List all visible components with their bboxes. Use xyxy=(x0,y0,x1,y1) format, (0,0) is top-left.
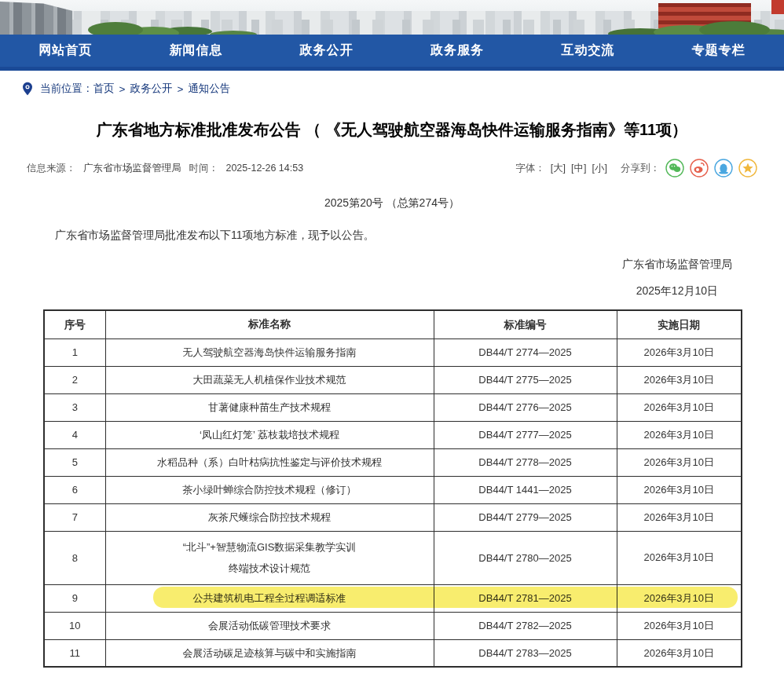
table-row: 3甘薯健康种苗生产技术规程DB44/T 2776—20252026年3月10日 xyxy=(44,393,742,421)
cell-date: 2026年3月10日 xyxy=(617,503,742,531)
signature-org: 广东省市场监督管理局 xyxy=(0,258,732,272)
table-row: 11会展活动碳足迹核算与碳中和实施指南DB44/T 2783—20252026年… xyxy=(44,639,742,667)
cell-code: DB44/T 1441—2025 xyxy=(434,476,617,503)
breadcrumb-label: 当前位置： xyxy=(40,82,93,96)
stone-sculpture xyxy=(0,2,72,35)
nav-item-home[interactable]: 网站首页 xyxy=(0,35,130,67)
cell-no: 9 xyxy=(44,584,105,612)
table-row: 7灰茶尺蠖综合防控技术规程DB44/T 2779—20252026年3月10日 xyxy=(44,503,742,531)
nav-item-news[interactable]: 新闻信息 xyxy=(130,35,261,67)
source-label: 信息来源： xyxy=(27,163,76,174)
font-size-large-button[interactable]: [大] xyxy=(551,162,566,175)
cell-name: 甘薯健康种苗生产技术规程 xyxy=(105,393,434,421)
cell-code: DB44/T 2779—2025 xyxy=(434,503,617,531)
cell-code: DB44/T 2780—2025 xyxy=(434,531,617,584)
cell-name: “北斗”+智慧物流GIS数据采集教学实训 终端技术设计规范 xyxy=(105,531,434,584)
signature-date: 2025年12月10日 xyxy=(0,284,718,298)
nav-item-gov-disclosure[interactable]: 政务公开 xyxy=(262,35,392,67)
cell-code: DB44/T 2778—2025 xyxy=(434,448,617,476)
table-row: 8“北斗”+智慧物流GIS数据采集教学实训 终端技术设计规范DB44/T 278… xyxy=(44,531,742,584)
cell-date: 2026年3月10日 xyxy=(617,476,742,503)
cell-name: 会展活动碳足迹核算与碳中和实施指南 xyxy=(105,639,434,667)
meta-source-time: 信息来源： 广东省市场监督管理局 时间： 2025-12-26 14:53 xyxy=(27,162,308,175)
star-share-icon[interactable] xyxy=(738,159,757,177)
cell-code: DB44/T 2776—2025 xyxy=(434,393,617,421)
table-row: 10会展活动低碳管理技术要求DB44/T 2782—20252026年3月10日 xyxy=(44,612,742,639)
announcement-body: 广东省市场监督管理局批准发布以下11项地方标准，现予以公告。 xyxy=(33,226,751,243)
location-pin-icon xyxy=(20,82,35,96)
cell-date: 2026年3月10日 xyxy=(617,612,742,639)
time-label: 时间： xyxy=(189,163,218,174)
table-row: 1无人驾驶航空器海岛快件运输服务指南DB44/T 2774—20252026年3… xyxy=(44,338,742,366)
table-row: 6茶小绿叶蝉综合防控技术规程（修订）DB44/T 1441—20252026年3… xyxy=(44,476,742,503)
table-header-row: 序号 标准名称 标准编号 实施日期 xyxy=(44,310,742,338)
cell-date: 2026年3月10日 xyxy=(617,639,742,667)
cell-name: 水稻品种（系）白叶枯病抗性鉴定与评价技术规程 xyxy=(105,448,434,476)
cell-code: DB44/T 2783—2025 xyxy=(434,639,617,667)
article-meta: 信息来源： 广东省市场监督管理局 时间： 2025-12-26 14:53 字体… xyxy=(27,159,757,177)
cell-name: 茶小绿叶蝉综合防控技术规程（修订） xyxy=(105,476,434,503)
cell-no: 8 xyxy=(44,531,105,584)
cell-code: DB44/T 2775—2025 xyxy=(434,366,617,393)
cell-no: 5 xyxy=(44,448,105,476)
cell-name: 会展活动低碳管理技术要求 xyxy=(105,612,434,639)
cell-name: 灰茶尺蠖综合防控技术规程 xyxy=(105,503,434,531)
nav-item-gov-services[interactable]: 政务服务 xyxy=(392,35,522,67)
breadcrumb-separator: > xyxy=(119,83,126,95)
cell-code: DB44/T 2782—2025 xyxy=(434,612,617,639)
cell-no: 4 xyxy=(44,421,105,448)
cell-code: DB44/T 2774—2025 xyxy=(434,338,617,366)
red-roof-corner xyxy=(771,0,784,14)
source-value: 广东省市场监督管理局 xyxy=(83,163,181,174)
font-size-label: 字体： xyxy=(515,162,545,175)
col-header-date: 实施日期 xyxy=(617,310,742,338)
col-header-code: 标准编号 xyxy=(434,310,617,338)
time-value: 2025-12-26 14:53 xyxy=(225,163,303,174)
cell-name: 无人驾驶航空器海岛快件运输服务指南 xyxy=(105,338,434,366)
table-row-highlighted: 9公共建筑机电工程全过程调适标准DB44/T 2781—20252026年3月1… xyxy=(44,584,742,612)
wechat-share-icon[interactable] xyxy=(665,159,684,177)
share-label: 分享到： xyxy=(621,162,660,175)
cell-name: ‘凤山红灯笼’ 荔枝栽培技术规程 xyxy=(105,421,434,448)
header-banner-image xyxy=(0,0,784,35)
cell-code: DB44/T 2781—2025 xyxy=(434,584,617,612)
page-title: 广东省地方标准批准发布公告 （ 《无人驾驶航空器海岛快件运输服务指南》等11项） xyxy=(31,118,753,141)
cell-name: 大田蔬菜无人机植保作业技术规范 xyxy=(105,366,434,393)
cell-no: 11 xyxy=(44,639,105,667)
breadcrumb-separator: > xyxy=(177,83,183,95)
table-row: 4‘凤山红灯笼’ 荔枝栽培技术规程DB44/T 2777—20252026年3月… xyxy=(44,421,742,448)
cell-date: 2026年3月10日 xyxy=(617,531,742,584)
col-header-name: 标准名称 xyxy=(105,310,434,338)
cell-date: 2026年3月10日 xyxy=(617,393,742,421)
table-row: 2大田蔬菜无人机植保作业技术规范DB44/T 2775—20252026年3月1… xyxy=(44,366,742,393)
cell-code: DB44/T 2777—2025 xyxy=(434,421,617,448)
table-row: 5水稻品种（系）白叶枯病抗性鉴定与评价技术规程DB44/T 2778—20252… xyxy=(44,448,742,476)
cell-no: 6 xyxy=(44,476,105,503)
breadcrumb: 当前位置： 首页 > 政务公开 > 通知公告 xyxy=(0,71,784,105)
trees-right xyxy=(699,21,770,35)
col-header-no: 序号 xyxy=(44,310,105,338)
cell-date: 2026年3月10日 xyxy=(617,338,742,366)
font-size-medium-button[interactable]: [中] xyxy=(571,162,586,175)
cell-date: 2026年3月10日 xyxy=(617,421,742,448)
cell-date: 2026年3月10日 xyxy=(617,366,742,393)
standards-table-wrap: 序号 标准名称 标准编号 实施日期 1无人驾驶航空器海岛快件运输服务指南DB44… xyxy=(43,309,741,668)
cell-no: 2 xyxy=(44,366,105,393)
trees-left xyxy=(88,22,143,35)
cell-date: 2026年3月10日 xyxy=(617,448,742,476)
doc-number: 2025第20号 （总第274号） xyxy=(0,196,784,210)
breadcrumb-home[interactable]: 首页 xyxy=(93,82,115,96)
cell-no: 7 xyxy=(44,503,105,531)
meta-font-share: 字体： [大] [中] [小] 分享到： xyxy=(515,159,757,177)
nav-item-special-topics[interactable]: 专题专栏 xyxy=(654,35,784,67)
qq-share-icon[interactable] xyxy=(714,159,733,177)
breadcrumb-gov-disclosure[interactable]: 政务公开 xyxy=(130,82,172,96)
cell-name: 公共建筑机电工程全过程调适标准 xyxy=(105,584,434,612)
main-nav: 网站首页 新闻信息 政务公开 政务服务 互动交流 专题专栏 xyxy=(0,35,784,71)
cell-date: 2026年3月10日 xyxy=(617,584,742,612)
breadcrumb-notices[interactable]: 通知公告 xyxy=(188,82,230,96)
weibo-share-icon[interactable] xyxy=(690,159,709,177)
font-size-small-button[interactable]: [小] xyxy=(592,162,607,175)
cell-no: 3 xyxy=(44,393,105,421)
nav-item-interaction[interactable]: 互动交流 xyxy=(522,35,653,67)
